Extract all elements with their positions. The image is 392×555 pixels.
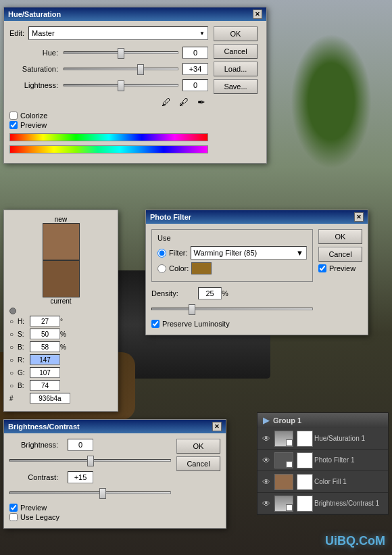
layer-eye-photo-filter[interactable]: 👁 xyxy=(260,454,272,466)
saturation-value-input[interactable] xyxy=(182,63,208,75)
hue-saturation-dialog: Hue/Saturation ✕ Edit: Master ▼ Hue: xyxy=(3,7,267,164)
hue-slider-thumb[interactable] xyxy=(118,48,124,59)
eyedropper-add-icon[interactable]: 🖋 xyxy=(177,95,191,109)
colorize-checkbox[interactable] xyxy=(9,112,18,120)
s-radio[interactable]: ○ xyxy=(9,331,18,338)
color-preview-section: new current xyxy=(9,216,112,305)
density-slider-thumb[interactable] xyxy=(189,304,195,315)
color-swatch[interactable] xyxy=(191,262,212,274)
density-slider-container xyxy=(151,304,313,314)
s-value-input[interactable] xyxy=(30,329,60,339)
layer-photo-filter[interactable]: 👁 Photo Filter 1 xyxy=(258,450,388,471)
save-button[interactable]: Save... xyxy=(214,79,258,94)
preview-checkbox[interactable] xyxy=(9,121,18,129)
lightness-value-input[interactable] xyxy=(182,79,208,91)
h-radio[interactable]: ○ xyxy=(9,318,18,325)
density-slider-track[interactable] xyxy=(151,308,313,310)
layer-eye-hue-saturation[interactable]: 👁 xyxy=(260,433,272,445)
edit-value: Master xyxy=(32,29,55,37)
hue-saturation-main: Edit: Master ▼ Hue: xyxy=(9,26,261,158)
saturation-slider-thumb[interactable] xyxy=(137,64,144,75)
r-radio[interactable]: ○ xyxy=(9,356,18,364)
photo-filter-content: Use Filter: Warming Filter (85) ▼ Color: xyxy=(146,224,368,335)
filter-label: Filter: xyxy=(169,249,188,257)
brightness-value-input[interactable] xyxy=(68,439,93,451)
hue-saturation-titlebar[interactable]: Hue/Saturation ✕ xyxy=(4,7,266,21)
contrast-slider-thumb[interactable] xyxy=(99,488,106,499)
r-value-input[interactable] xyxy=(30,354,60,365)
b2-radio[interactable]: ○ xyxy=(9,382,18,389)
density-value-input[interactable] xyxy=(198,287,222,299)
lightness-slider-track[interactable] xyxy=(64,84,178,87)
layer-hue-saturation[interactable]: 👁 Hue/Saturation 1 xyxy=(258,428,388,450)
use-group-label: Use xyxy=(157,234,307,242)
ok-button[interactable]: OK xyxy=(214,26,258,41)
bc-preview-checkbox[interactable] xyxy=(9,504,18,512)
photo-filter-titlebar[interactable]: Photo Filter ✕ xyxy=(146,210,368,224)
eyedropper-subtract-icon[interactable]: ✒ xyxy=(195,95,208,109)
bc-cancel-button[interactable]: Cancel xyxy=(176,456,220,471)
preserve-luminosity-checkbox[interactable] xyxy=(151,320,160,328)
pf-ok-button[interactable]: OK xyxy=(318,229,362,244)
preview-label: Preview xyxy=(20,121,47,129)
b-radio[interactable]: ○ xyxy=(9,343,18,351)
h-unit: ° xyxy=(60,318,63,325)
hue-slider-track[interactable] xyxy=(64,51,178,54)
layer-name-color-fill: Color Fill 1 xyxy=(314,478,385,485)
colorize-label: Colorize xyxy=(20,112,47,120)
hex-row: # xyxy=(9,393,112,404)
color-radio[interactable] xyxy=(157,264,166,273)
layer-brightness-contrast[interactable]: 👁 Brightness/Contrast 1 xyxy=(258,493,388,514)
brightness-slider-track[interactable] xyxy=(9,459,171,462)
bc-ok-button[interactable]: OK xyxy=(176,439,220,454)
brightness-row: Brightness: xyxy=(9,439,171,451)
color-dot-row xyxy=(9,308,112,314)
saturation-slider-track[interactable] xyxy=(64,68,178,70)
g-value-input[interactable] xyxy=(30,367,60,378)
hue-saturation-controls: Edit: Master ▼ Hue: xyxy=(9,26,208,158)
pf-preview-checkbox[interactable] xyxy=(318,264,326,272)
brightness-slider-thumb[interactable] xyxy=(87,456,94,466)
color-radio-row: Color: xyxy=(157,262,307,274)
hue-saturation-close-button[interactable]: ✕ xyxy=(253,9,262,19)
brightness-contrast-title: Brightness/Contrast xyxy=(8,423,80,431)
use-legacy-checkbox[interactable] xyxy=(9,513,18,521)
contrast-label: Contrast: xyxy=(9,473,64,481)
pf-preview-label: Preview xyxy=(329,264,356,272)
cancel-button[interactable]: Cancel xyxy=(214,44,258,59)
edit-dropdown[interactable]: Master ▼ xyxy=(28,26,208,40)
eyedropper-icon[interactable]: 🖊 xyxy=(160,95,173,109)
lightness-slider-thumb[interactable] xyxy=(118,80,124,91)
b-value-input[interactable] xyxy=(30,341,60,352)
photo-filter-close-button[interactable]: ✕ xyxy=(354,212,364,222)
layer-color-fill[interactable]: 👁 Color Fill 1 xyxy=(258,471,388,493)
contrast-value-input[interactable] xyxy=(68,471,93,483)
brightness-contrast-titlebar[interactable]: Brightness/Contrast ✕ xyxy=(4,420,226,433)
new-label: new xyxy=(55,216,67,223)
h-value-input[interactable] xyxy=(30,316,60,327)
brightness-contrast-main: Brightness: Contrast: xyxy=(9,439,220,523)
hue-label: Hue: xyxy=(9,49,64,57)
rainbow-bar-bottom xyxy=(9,145,208,153)
layer-eye-color-fill[interactable]: 👁 xyxy=(260,476,272,488)
g-radio[interactable]: ○ xyxy=(9,369,18,377)
filter-dropdown[interactable]: Warming Filter (85) ▼ xyxy=(191,246,308,260)
bc-preview-row: Preview xyxy=(9,504,171,512)
b2-row: ○ B: xyxy=(9,380,112,391)
pf-cancel-button[interactable]: Cancel xyxy=(318,247,362,262)
color-dot xyxy=(9,308,16,314)
brightness-contrast-close-button[interactable]: ✕ xyxy=(212,422,222,431)
b2-label: B: xyxy=(18,382,30,389)
layer-eye-brightness-contrast[interactable]: 👁 xyxy=(260,498,272,510)
g-row: ○ G: xyxy=(9,367,112,378)
load-button[interactable]: Load... xyxy=(214,62,258,76)
b2-value-input[interactable] xyxy=(30,380,60,391)
contrast-slider-track[interactable] xyxy=(9,491,171,494)
photo-filter-controls: Use Filter: Warming Filter (85) ▼ Color: xyxy=(151,229,313,329)
color-preview-new[interactable] xyxy=(43,223,80,260)
layer-name-hue-saturation: Hue/Saturation 1 xyxy=(314,435,385,442)
hue-value-input[interactable] xyxy=(182,47,208,59)
filter-radio[interactable] xyxy=(157,249,166,258)
hex-value-input[interactable] xyxy=(30,393,70,404)
watermark: UiBQ.CoM xyxy=(325,534,385,548)
